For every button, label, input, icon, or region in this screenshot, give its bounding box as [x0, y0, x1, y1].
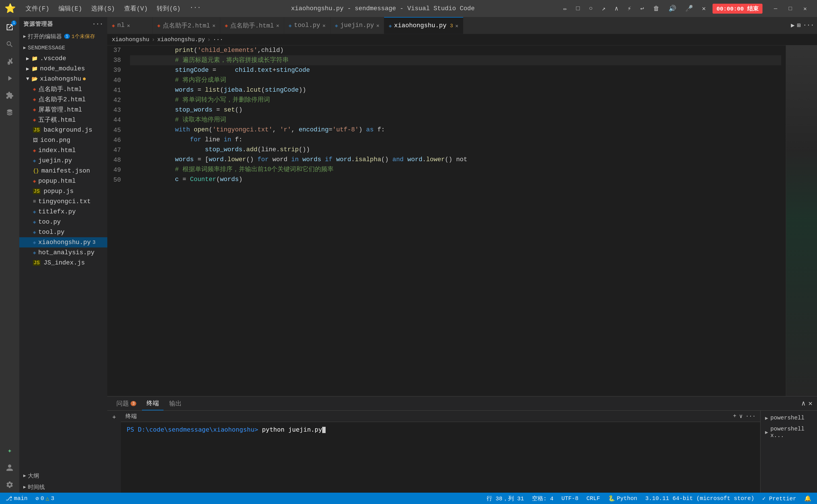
- new-file-icon[interactable]: ···: [92, 21, 103, 27]
- split-editor-icon[interactable]: ⊞: [797, 22, 801, 29]
- tab-close[interactable]: ✕: [376, 22, 379, 29]
- tab-close[interactable]: ✕: [455, 23, 459, 29]
- open-editors-header[interactable]: ▶ 打开的编辑器 1 1个未保存: [19, 31, 107, 42]
- ai-icon[interactable]: ✦: [2, 443, 18, 459]
- code-content[interactable]: print('child_elements',child) # 遍历标题元素，将…: [125, 45, 786, 396]
- settings-icon[interactable]: [2, 477, 18, 493]
- tab-close[interactable]: ✕: [212, 22, 215, 29]
- terminal-powershell-2[interactable]: ▶ powershell x...: [763, 424, 815, 440]
- tree-item-hot-analysis[interactable]: ◈ hot_analysis.py: [19, 247, 107, 258]
- database-icon[interactable]: [2, 104, 18, 120]
- menu-view[interactable]: 查看(V): [120, 3, 152, 14]
- tree-item-xiaohongshu-py[interactable]: ◈ xiaohongshu.py 3: [19, 237, 107, 247]
- tab-dianming2[interactable]: ◈ 点名助手2.html ✕: [153, 17, 220, 34]
- tab-close[interactable]: ✕: [322, 22, 325, 29]
- status-spaces[interactable]: 空格: 4: [530, 493, 555, 504]
- breadcrumb-folder[interactable]: xiaohongshu: [112, 36, 149, 43]
- terminal-dropdown-icon[interactable]: ∨: [739, 413, 743, 420]
- tree-item-pingmu[interactable]: ◈ 屏幕管理.html: [19, 104, 107, 115]
- menu-select[interactable]: 选择(S): [87, 3, 119, 14]
- source-control-icon[interactable]: [2, 53, 18, 69]
- py-icon: ◈: [33, 239, 36, 245]
- run-debug-icon[interactable]: [2, 70, 18, 86]
- tree-item-popup-html[interactable]: ◈ popup.html: [19, 176, 107, 186]
- circle-icon[interactable]: ○: [587, 4, 595, 13]
- status-formatter[interactable]: ✓ Prettier: [761, 493, 798, 504]
- tab-juejin[interactable]: ◈ juejin.py ✕: [330, 17, 384, 34]
- arrow-icon[interactable]: ↗: [600, 4, 608, 14]
- tab-dianming[interactable]: ◈ 点名助手.html ✕: [220, 17, 284, 34]
- timer-badge[interactable]: 00:00:00 结束: [713, 4, 763, 14]
- outline-header[interactable]: ▶ 大纲: [19, 470, 107, 481]
- status-errors[interactable]: ⊘ 0 △ 3: [34, 493, 56, 504]
- tree-item-juejin[interactable]: ◈ juejin.py: [19, 156, 107, 166]
- tab-close[interactable]: ✕: [276, 22, 279, 29]
- breadcrumb-more[interactable]: ···: [213, 36, 223, 43]
- tab-tool[interactable]: ◈ tool.py ✕: [284, 17, 330, 34]
- tree-item-background[interactable]: JS background.js: [19, 125, 107, 135]
- tree-item-node-modules[interactable]: ▶ 📁 node_modules: [19, 64, 107, 74]
- run-icon[interactable]: ▶: [791, 22, 795, 29]
- terminal-more-icon[interactable]: ···: [745, 413, 756, 419]
- tree-item-manifest[interactable]: {} manifest.json: [19, 166, 107, 176]
- lightning-icon[interactable]: ⚡: [625, 4, 633, 14]
- panel-tab-output[interactable]: 输出: [165, 396, 186, 410]
- tab-close[interactable]: ✕: [127, 22, 130, 29]
- explorer-icon[interactable]: 1: [2, 19, 18, 35]
- panel-tab-problems[interactable]: 问题 3: [112, 396, 141, 410]
- root-folder-header[interactable]: ▶ SENDMESSAGE: [19, 42, 107, 53]
- panel-close-icon[interactable]: ✕: [808, 399, 812, 408]
- close-button[interactable]: ✕: [798, 0, 812, 17]
- trash-icon[interactable]: 🗑: [651, 4, 662, 14]
- more-actions-icon[interactable]: ···: [803, 22, 814, 29]
- status-language[interactable]: 🐍 Python: [606, 493, 639, 504]
- terminal-content[interactable]: PS D:\code\sendmessage\xiaohongshu> pyth…: [121, 422, 760, 493]
- account-icon[interactable]: [2, 460, 18, 476]
- maximize-button[interactable]: □: [783, 0, 798, 17]
- mic-icon[interactable]: 🎤: [683, 4, 695, 14]
- menu-goto[interactable]: 转到(G): [153, 3, 184, 14]
- status-python-version[interactable]: 3.10.11 64-bit (microsoft store): [644, 493, 756, 504]
- status-encoding[interactable]: UTF-8: [560, 493, 580, 504]
- status-branch[interactable]: ⎇ main: [4, 493, 29, 504]
- menu-edit[interactable]: 编辑(E): [54, 3, 86, 14]
- tree-item-dianming2[interactable]: ◈ 点名助手.html: [19, 84, 107, 94]
- tree-item-vscode[interactable]: ▶ 📁 .vscode: [19, 53, 107, 64]
- tree-item-popup-js[interactable]: JS popup.js: [19, 186, 107, 196]
- code-editor[interactable]: 37 38 39 40 41 42 43 44 45 46 47 48 49 5…: [107, 45, 817, 396]
- square-icon[interactable]: □: [574, 4, 582, 13]
- status-position[interactable]: 行 38，列 31: [485, 493, 526, 504]
- speaker-icon[interactable]: 🔊: [666, 4, 679, 14]
- menu-more[interactable]: ···: [186, 3, 205, 14]
- tree-item-index[interactable]: ◈ index.html: [19, 145, 107, 156]
- timeline-header[interactable]: ▶ 时间线: [19, 481, 107, 493]
- tab-icon: ◈: [289, 22, 292, 29]
- caret-icon[interactable]: ∧: [612, 4, 621, 14]
- terminal-add-icon[interactable]: +: [733, 413, 736, 419]
- minimize-button[interactable]: —: [768, 0, 783, 17]
- panel-tab-terminal[interactable]: 终端: [142, 396, 163, 410]
- extensions-icon[interactable]: [2, 87, 18, 103]
- terminal-powershell-1[interactable]: ▶ powershell: [763, 413, 815, 423]
- tree-item-dianming2-2[interactable]: ◈ 点名助手2.html: [19, 94, 107, 104]
- tree-item-too[interactable]: ◈ too.py: [19, 217, 107, 227]
- status-notifications[interactable]: 🔔: [803, 493, 813, 504]
- tab-xiaohongshu[interactable]: ◈ xiaohongshu.py 3 ✕: [384, 17, 463, 34]
- tree-item-icon[interactable]: 🖼 icon.png: [19, 135, 107, 145]
- tree-item-wuziqi[interactable]: ◈ 五子棋.html: [19, 115, 107, 125]
- tree-item-xiaohongshu[interactable]: ▼ 📂 xiaohongshu: [19, 74, 107, 84]
- search-activity-icon[interactable]: [2, 36, 18, 52]
- close-title-icon[interactable]: ✕: [700, 4, 708, 14]
- menu-file[interactable]: 文件(F): [22, 3, 53, 14]
- tree-item-js-index[interactable]: JS JS_index.js: [19, 258, 107, 268]
- pencil-icon[interactable]: ✏: [561, 4, 569, 14]
- tab-nl[interactable]: ◈ nl ✕: [107, 17, 153, 34]
- status-line-ending[interactable]: CRLF: [585, 493, 602, 504]
- undo-icon[interactable]: ↩: [638, 4, 646, 14]
- tree-item-tingyongci[interactable]: ≡ tingyongci.txt: [19, 196, 107, 207]
- tree-item-titlefx[interactable]: ◈ titlefx.py: [19, 207, 107, 217]
- panel-collapse-icon[interactable]: ∧: [801, 399, 805, 408]
- tree-item-tool[interactable]: ◈ tool.py: [19, 227, 107, 237]
- terminal-new-icon[interactable]: +: [112, 414, 116, 421]
- breadcrumb-file[interactable]: xiaohongshu.py: [157, 36, 205, 43]
